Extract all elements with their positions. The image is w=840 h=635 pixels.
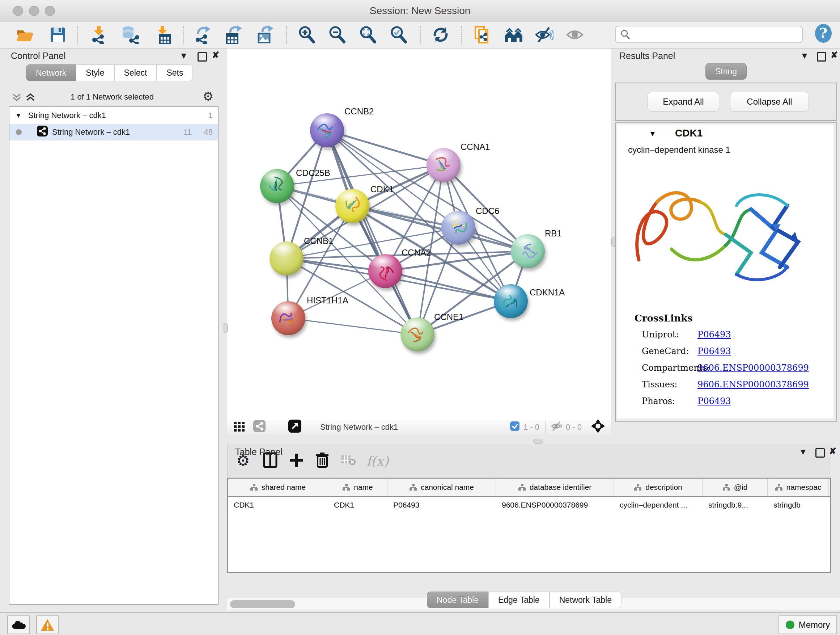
grid-view-icon[interactable] bbox=[234, 421, 245, 434]
cell-canonicalname[interactable]: P06493 bbox=[387, 497, 496, 513]
results-panel-float-icon[interactable] bbox=[817, 52, 826, 62]
network-node-cdkn1a[interactable] bbox=[494, 284, 528, 318]
crosslink-link[interactable]: P06493 bbox=[698, 396, 731, 406]
zoom-in-icon[interactable] bbox=[297, 24, 317, 45]
import-table-file-icon[interactable] bbox=[153, 24, 173, 45]
column-header-name[interactable]: name bbox=[328, 478, 387, 496]
detach-view-icon[interactable] bbox=[288, 420, 302, 435]
tab-node-table[interactable]: Node Table bbox=[427, 592, 488, 608]
warnings-button[interactable] bbox=[36, 616, 58, 634]
network-canvas[interactable]: CCNB2CCNA1CDC25BCDK1CDC6RB1CCNB1CCNA2CDK… bbox=[227, 49, 611, 420]
export-network-icon[interactable] bbox=[193, 24, 213, 45]
search-input[interactable] bbox=[634, 27, 802, 41]
zoom-fit-content-icon[interactable] bbox=[358, 24, 378, 45]
open-file-icon[interactable] bbox=[14, 24, 35, 45]
network-node-hist1h1a[interactable] bbox=[271, 301, 305, 335]
tab-sets[interactable]: Sets bbox=[156, 65, 193, 81]
network-node-cdk1[interactable] bbox=[335, 189, 369, 223]
cell-@id[interactable]: stringdb:9... bbox=[703, 497, 767, 513]
entry-collapse-icon[interactable]: ▼ bbox=[649, 130, 656, 138]
network-node-ccna2[interactable] bbox=[368, 254, 402, 288]
cell-name[interactable]: CDK1 bbox=[328, 497, 387, 513]
search-field[interactable] bbox=[615, 26, 803, 43]
import-network-file-icon[interactable] bbox=[88, 24, 109, 45]
cell-sharedname[interactable]: CDK1 bbox=[228, 497, 328, 513]
bottom-splitter-handle[interactable] bbox=[533, 439, 543, 444]
window-titlebar: Session: New Session bbox=[0, 0, 840, 22]
cloud-status-button[interactable] bbox=[7, 616, 30, 634]
memory-button[interactable]: Memory bbox=[778, 616, 837, 634]
save-session-icon[interactable] bbox=[48, 24, 68, 45]
column-header-@id[interactable]: @id bbox=[703, 478, 767, 496]
protein-structure-image bbox=[617, 158, 834, 308]
delete-column-icon[interactable] bbox=[315, 452, 330, 470]
network-view-toolbar: String Network – cdk1 1 - 0 0 - 0 bbox=[227, 420, 611, 434]
entry-name: CDK1 bbox=[675, 127, 703, 139]
table-panel-close-icon[interactable]: ✘ bbox=[829, 447, 836, 455]
network-node-cdc25b[interactable] bbox=[260, 169, 294, 203]
birdseye-toggle-icon[interactable] bbox=[591, 419, 605, 435]
zoom-out-icon[interactable] bbox=[327, 24, 347, 45]
hidden-eye-icon[interactable] bbox=[551, 421, 563, 434]
crosslink-link[interactable]: P06493 bbox=[698, 329, 731, 340]
tab-edge-table[interactable]: Edge Table bbox=[488, 592, 549, 608]
selected-checkbox-icon[interactable] bbox=[510, 421, 520, 433]
results-panel-close-icon[interactable]: ✘ bbox=[831, 51, 838, 59]
crosslink-label: Uniprot: bbox=[642, 329, 679, 340]
tab-network-table[interactable]: Network Table bbox=[549, 592, 622, 608]
table-header-row[interactable]: shared namenamecanonical namedatabase id… bbox=[228, 478, 830, 497]
network-collection-row[interactable]: ▼ String Network – cdk1 1 bbox=[9, 107, 218, 124]
expand-all-button[interactable]: Expand All bbox=[647, 92, 719, 111]
import-network-database-icon[interactable] bbox=[120, 24, 141, 45]
add-column-icon[interactable] bbox=[289, 452, 303, 470]
control-panel-collapse-icon[interactable]: ▼ bbox=[180, 51, 188, 60]
table-row[interactable]: CDK1CDK1P064939606.ENSP00000378699cyclin… bbox=[228, 497, 830, 513]
cell-databaseidentifier[interactable]: 9606.ENSP00000378699 bbox=[496, 497, 614, 513]
node-label-rb1: RB1 bbox=[545, 228, 562, 239]
network-type-icon bbox=[37, 126, 48, 139]
crosslink-link[interactable]: 9606.ENSP00000378699 bbox=[698, 379, 809, 390]
column-header-description[interactable]: description bbox=[614, 478, 703, 496]
first-neighbors-icon[interactable] bbox=[504, 24, 524, 45]
crosslink-link[interactable]: P06493 bbox=[698, 346, 731, 356]
crosslink-link[interactable]: 9606.ENSP00000378699 bbox=[698, 363, 809, 373]
network-node-rb1[interactable] bbox=[511, 234, 545, 268]
network-node-ccna1[interactable] bbox=[426, 148, 461, 182]
scrollbar-thumb[interactable] bbox=[230, 600, 295, 608]
network-edge-count: 48 bbox=[204, 127, 213, 137]
cell-namespac[interactable]: stringdb bbox=[767, 497, 829, 513]
control-panel-close-icon[interactable]: ✘ bbox=[212, 51, 219, 59]
column-header-databaseidentifier[interactable]: database identifier bbox=[496, 478, 614, 496]
network-node-ccne1[interactable] bbox=[401, 318, 434, 352]
column-header-namespac[interactable]: namespac bbox=[767, 478, 829, 496]
tab-select[interactable]: Select bbox=[114, 65, 157, 81]
network-node-ccnb1[interactable] bbox=[270, 241, 303, 276]
tab-style[interactable]: Style bbox=[76, 65, 114, 81]
network-options-gear-icon[interactable]: ⚙ bbox=[202, 89, 213, 103]
tab-string[interactable]: String bbox=[706, 63, 747, 80]
export-image-icon[interactable] bbox=[255, 24, 275, 45]
table-panel-collapse-icon[interactable]: ▼ bbox=[799, 448, 807, 456]
apply-layout-icon[interactable] bbox=[431, 24, 451, 45]
network-row-selected[interactable]: String Network – cdk1 11 48 bbox=[9, 124, 218, 141]
collapse-all-button[interactable]: Collapse All bbox=[730, 92, 809, 111]
tab-network[interactable]: Network bbox=[26, 65, 76, 81]
hide-selected-icon[interactable] bbox=[534, 24, 554, 45]
network-label: String Network – cdk1 bbox=[52, 127, 130, 137]
control-panel-float-icon[interactable] bbox=[197, 52, 207, 62]
export-table-icon[interactable] bbox=[223, 24, 243, 45]
help-icon[interactable]: ? bbox=[813, 23, 834, 44]
column-header-sharedname[interactable]: shared name bbox=[228, 478, 328, 496]
results-panel-collapse-icon[interactable]: ▼ bbox=[800, 51, 809, 60]
network-from-selection-icon[interactable] bbox=[472, 24, 492, 45]
column-header-canonicalname[interactable]: canonical name bbox=[387, 478, 496, 496]
collection-expand-icon[interactable]: ▼ bbox=[15, 112, 22, 119]
network-node-ccnb2[interactable] bbox=[310, 113, 344, 147]
table-panel-float-icon[interactable] bbox=[815, 448, 825, 458]
cell-description[interactable]: cyclin–dependent ... bbox=[614, 497, 703, 513]
network-share-icon[interactable] bbox=[253, 420, 265, 434]
network-node-cdc6[interactable] bbox=[441, 211, 475, 245]
network-current-dot-icon bbox=[16, 129, 22, 135]
zoom-selected-icon[interactable] bbox=[388, 24, 409, 45]
left-splitter-handle[interactable] bbox=[223, 323, 228, 333]
